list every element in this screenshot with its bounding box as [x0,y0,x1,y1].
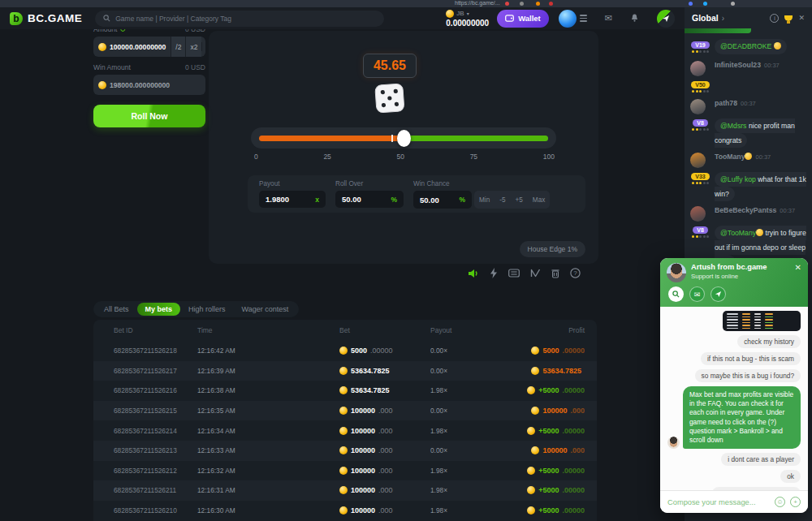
table-row[interactable]: 6828536721152621112:16:31 AM100000.0001.… [93,480,597,501]
bets-table: Bet ID Time Bet Payout Profit 6828536721… [93,320,597,521]
extension-icon[interactable] [520,2,524,6]
table-row[interactable]: 6828536721152621412:16:34 AM100000.0001.… [93,420,597,441]
level-badge: V8 [693,226,708,234]
turbo-icon[interactable] [490,268,498,278]
level-dots [692,128,709,131]
extension-icon[interactable] [536,2,540,6]
hand-emoji [756,229,763,236]
slider-track[interactable] [259,136,548,141]
chat-toggle-button[interactable] [657,10,675,28]
support-email-button[interactable]: ✉ [689,286,705,302]
avatar[interactable] [690,61,706,76]
bet-time: 12:16:32 AM [197,467,339,475]
mention[interactable]: @DEADBROKE [720,42,771,50]
win-chance-input[interactable]: 50.00 % [413,191,472,209]
bc-game-logo[interactable]: b BC.GAME [10,12,82,25]
avatar[interactable] [559,10,577,28]
help-icon[interactable]: ? [570,268,581,278]
amount-stepper[interactable]: ▲▼ [201,42,205,51]
table-row[interactable]: 6828536721152621612:16:38 AM53634.78251.… [93,381,597,401]
bet-profit: +5000.00000 [527,467,585,475]
browser-icon[interactable] [703,2,707,6]
extension-icon[interactable] [505,2,509,6]
table-header: Bet ID Time Bet Payout Profit [93,320,597,341]
chance-quick-button[interactable]: -5 [495,196,510,204]
messages-icon[interactable]: ✉ [605,13,612,24]
roll-over-input[interactable]: 50.00 % [335,191,404,208]
half-bet-button[interactable]: /2 [171,37,185,57]
bet-profit: 100000.000 [531,407,585,415]
user-message-bubble: ok [780,470,801,483]
bet-time: 12:16:38 AM [197,386,339,394]
table-row[interactable]: 6828536721152621312:16:33 AM100000.0000.… [93,441,597,461]
chat-room-selector[interactable]: Global [692,13,719,23]
support-close-icon[interactable]: ✕ [795,263,801,272]
payout-input[interactable]: 1.9800 x [259,191,326,208]
bet-profit: +5000.00000 [527,506,585,515]
trends-icon[interactable] [530,269,541,278]
avatar[interactable] [690,153,706,168]
hotkeys-icon[interactable] [508,269,520,278]
balance-display[interactable]: JB ▾ 0.00000000 [446,10,489,28]
extension-icon[interactable] [549,2,553,6]
bet-id: 68285367211526217 [114,367,197,375]
chance-quick-button[interactable]: Max [528,196,550,204]
chance-quick-button[interactable]: +5 [510,196,527,204]
wallet-button[interactable]: Wallet [497,10,549,28]
table-row[interactable]: 6828536721152621512:16:35 AM100000.0000.… [93,401,597,421]
avatar[interactable] [690,206,706,222]
sound-icon[interactable] [468,269,479,278]
table-row[interactable]: 6828536721152621812:16:42 AM5000.000000.… [93,341,597,361]
browser-icon[interactable] [689,2,693,6]
search-input[interactable]: Game name | Provider | Category Tag [95,11,384,27]
agent-status: Support is online [691,273,767,280]
sent-screenshot-thumbnail[interactable] [723,311,801,331]
table-row[interactable]: 6828536721152621212:16:32 AM100000.0001.… [93,461,597,481]
support-search-button[interactable] [668,286,684,302]
mention[interactable]: @Mdsrs [720,122,746,130]
bet-amount-input[interactable]: 100000.00000000 /2 x2 ▲▼ [93,37,205,57]
emoji-picker-icon[interactable]: ☺ [775,497,785,507]
chat-username[interactable]: InfiniteSoul2300:37 [715,61,806,76]
roll-now-button[interactable]: Roll Now [93,105,205,127]
table-row[interactable]: 6828536721152621012:16:30 AM100000.0001.… [93,501,597,521]
bet-time: 12:16:35 AM [197,407,339,415]
support-header: Artush from bc.game Support is online ✕ … [660,258,808,307]
win-chance-label: Win Chance [413,180,550,187]
tab-wager-contest[interactable]: Wager contest [234,303,297,316]
tab-high-rollers[interactable]: High rollers [180,303,234,316]
slider-handle[interactable] [397,130,411,147]
chevron-right-icon: › [722,14,724,23]
win-amount-input[interactable]: 198000.000000000 [93,75,205,95]
support-compose-bar[interactable]: Compose your message... ☺ + [660,490,808,513]
notifications-bell-icon[interactable] [630,11,639,26]
clear-icon[interactable] [551,269,559,278]
avatar[interactable] [690,99,706,114]
col-bet-id: Bet ID [114,326,197,334]
user-message-bubble: if this not a bug - this is scam [701,352,801,365]
tab-all-bets[interactable]: All Bets [96,303,137,316]
chat-username[interactable]: path7800:37 [715,99,806,114]
browser-icon[interactable] [731,2,735,6]
roll-over-value: 50.00 [342,195,361,204]
user-message-bubble: i dont care as a player [721,453,801,466]
chat-close-icon[interactable]: ✕ [798,14,805,22]
support-send-button[interactable] [710,286,726,302]
chat-rules-icon[interactable]: i [770,14,779,23]
mention[interactable]: @TooMany [720,229,756,237]
level-badge: V8 [693,119,708,127]
chat-username[interactable]: BeBeBeckyPantss00:37 [715,206,806,222]
double-bet-button[interactable]: x2 [185,37,201,57]
chat-username[interactable]: TooMany00:37 [715,153,806,168]
attach-plus-icon[interactable]: + [790,497,801,507]
chance-quick-button[interactable]: Min [474,196,495,204]
tab-my-bets[interactable]: My bets [137,303,181,316]
roll-slider[interactable] [251,127,556,149]
bet-amount: 100000.000 [339,427,430,435]
bet-time: 12:16:30 AM [197,506,339,515]
mention[interactable]: @Luffy kop [720,175,756,183]
trophy-icon[interactable] [784,15,793,21]
chat-message: TooMany00:37V33@Luffy kop what for that … [690,153,806,200]
table-row[interactable]: 6828536721152621712:16:39 AM53634.78250.… [93,361,597,381]
menu-icon[interactable] [580,15,587,22]
